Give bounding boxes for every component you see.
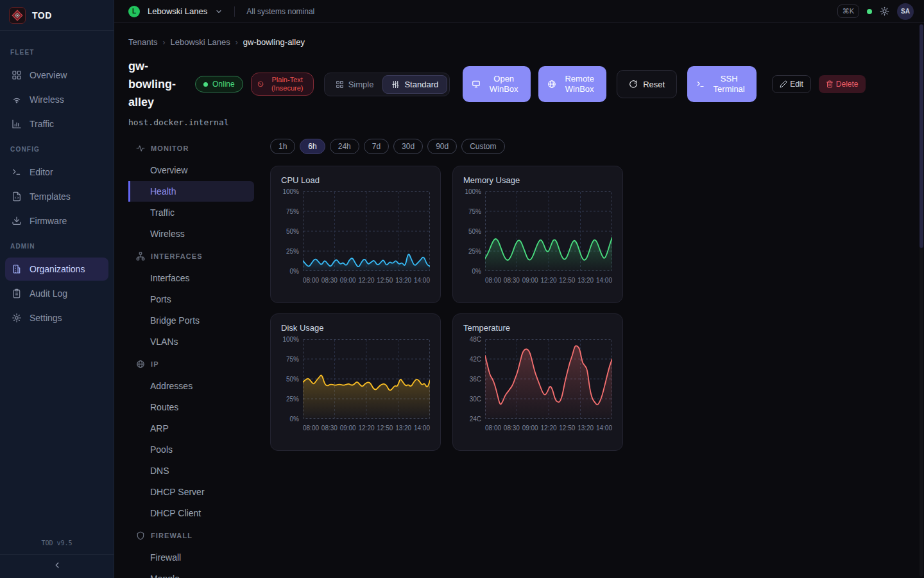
user-avatar[interactable]: SA (897, 3, 914, 20)
device-nav-item-firewall[interactable]: Firewall (128, 547, 254, 568)
command-palette-shortcut[interactable]: ⌘K (837, 4, 859, 18)
open-winbox-button[interactable]: Open WinBox (463, 66, 531, 102)
shield-off-icon (257, 81, 264, 87)
device-nav-item-addresses[interactable]: Addresses (128, 376, 254, 396)
device-nav-section-label: IP (151, 360, 159, 368)
sidebar-item-label: Wireless (30, 94, 64, 105)
delete-button[interactable]: Delete (819, 75, 866, 93)
chart-x-axis: 08:0008:3009:0012:2012:5013:2014:00 (303, 277, 430, 284)
reset-button[interactable]: Reset (617, 70, 677, 98)
app-logo-icon (9, 7, 26, 24)
device-nav-item-dhcp-client[interactable]: DHCP Client (128, 503, 254, 523)
wifi-icon (12, 94, 22, 105)
tenant-switcher[interactable]: Lebowski Lanes (148, 6, 207, 16)
view-mode-toggle: Simple Standard (324, 73, 450, 96)
device-nav-item-dhcp-server[interactable]: DHCP Server (128, 482, 254, 502)
standard-label: Standard (404, 80, 438, 89)
activity-icon (136, 144, 145, 153)
chart-x-axis: 08:0008:3009:0012:2012:5013:2014:00 (485, 277, 612, 284)
reset-label: Reset (643, 80, 665, 89)
remote-winbox-label: Remote WinBox (561, 74, 597, 94)
device-nav-item-dns[interactable]: DNS (128, 460, 254, 481)
device-nav-item-wireless[interactable]: Wireless (128, 223, 254, 244)
chart-plot (303, 191, 430, 271)
shield-icon (136, 531, 145, 540)
time-range-24h[interactable]: 24h (330, 139, 359, 154)
remote-winbox-button[interactable]: Remote WinBox (538, 66, 606, 102)
device-nav-item-ports[interactable]: Ports (128, 289, 254, 310)
sidebar-item-label: Settings (30, 313, 62, 323)
sidebar-item-firmware[interactable]: Firmware (5, 209, 108, 232)
device-nav-section-monitor: MONITOR (128, 137, 254, 159)
ssh-terminal-button[interactable]: SSH Terminal (687, 66, 757, 102)
sidebar-item-organizations[interactable]: Organizations (5, 258, 108, 281)
breadcrumb-separator-icon: › (235, 38, 238, 47)
app-root: TOD FLEETOverviewWirelessTrafficCONFIGEd… (0, 0, 924, 578)
sidebar-section-title: CONFIG (5, 137, 108, 159)
sidebar-item-overview[interactable]: Overview (5, 64, 108, 87)
scrollbar-thumb[interactable] (920, 24, 923, 248)
sidebar-item-label: Editor (30, 167, 53, 177)
device-nav-item-interfaces[interactable]: Interfaces (128, 268, 254, 288)
logo-row: TOD (0, 0, 114, 31)
chart-plot (485, 339, 612, 419)
charts-column: 1h6h24h7d30d90dCustom CPU Load100%75%50%… (270, 137, 623, 578)
tenant-avatar: L (128, 6, 140, 17)
connection-status-dot (867, 9, 872, 14)
view-mode-standard[interactable]: Standard (382, 75, 447, 94)
time-range-30d[interactable]: 30d (393, 139, 423, 154)
network-icon (136, 252, 145, 261)
device-nav-item-vlans[interactable]: VLANs (128, 331, 254, 352)
sidebar-item-traffic[interactable]: Traffic (5, 112, 108, 136)
chart-x-axis: 08:0008:3009:0012:2012:5013:2014:00 (485, 425, 612, 432)
download-icon (12, 216, 22, 226)
device-nav-item-pools[interactable]: Pools (128, 439, 254, 460)
chart-title: Disk Usage (281, 323, 430, 333)
globe-icon (136, 360, 145, 369)
sidebar: TOD FLEETOverviewWirelessTrafficCONFIGEd… (0, 0, 114, 578)
sidebar-item-label: Firmware (30, 216, 67, 226)
chart-title: Temperature (463, 323, 612, 333)
time-range-1h[interactable]: 1h (270, 139, 295, 154)
chart-card-disk-usage: Disk Usage100%75%50%25%0%08:0008:3009:00… (270, 313, 441, 451)
breadcrumb-tenants[interactable]: Tenants (128, 37, 158, 47)
sidebar-item-editor[interactable]: Editor (5, 161, 108, 184)
breadcrumb-tenant[interactable]: Lebowski Lanes (171, 37, 230, 47)
open-winbox-label: Open WinBox (486, 74, 522, 94)
device-nav-item-arp[interactable]: ARP (128, 418, 254, 439)
sidebar-section-title: ADMIN (5, 234, 108, 256)
edit-label: Edit (790, 80, 803, 89)
view-mode-simple[interactable]: Simple (327, 75, 383, 94)
insecure-label: Plain-Text (Insecure) (268, 76, 307, 92)
sidebar-item-wireless[interactable]: Wireless (5, 88, 108, 111)
device-nav-item-bridge-ports[interactable]: Bridge Ports (128, 310, 254, 331)
sun-icon[interactable] (880, 6, 889, 16)
device-nav-item-health[interactable]: Health (128, 181, 254, 202)
charts-grid: CPU Load100%75%50%25%0%08:0008:3009:0012… (270, 166, 623, 451)
time-range-90d[interactable]: 90d (427, 139, 457, 154)
device-nav: MONITOROverviewHealthTrafficWirelessINTE… (128, 137, 254, 578)
topbar-divider (234, 6, 235, 17)
breadcrumb-separator-icon: › (163, 38, 166, 47)
ssh-terminal-label: SSH Terminal (710, 74, 748, 94)
clipboard-icon (12, 288, 22, 299)
time-range-custom[interactable]: Custom (461, 139, 504, 154)
edit-button[interactable]: Edit (772, 75, 811, 93)
chart-card-memory-usage: Memory Usage100%75%50%25%0%08:0008:3009:… (452, 166, 623, 303)
chevron-down-icon[interactable] (215, 8, 223, 15)
time-range-7d[interactable]: 7d (364, 139, 389, 154)
sidebar-item-templates[interactable]: Templates (5, 185, 108, 208)
device-nav-item-routes[interactable]: Routes (128, 397, 254, 417)
sidebar-item-audit-log[interactable]: Audit Log (5, 282, 108, 305)
online-status-badge: Online (195, 76, 243, 92)
device-nav-item-overview[interactable]: Overview (128, 160, 254, 180)
terminal-icon (696, 80, 705, 89)
chart-card-temperature: Temperature48C42C36C30C24C08:0008:3009:0… (452, 313, 623, 451)
gear-icon (12, 313, 22, 323)
device-nav-item-traffic[interactable]: Traffic (128, 202, 254, 223)
sidebar-item-label: Traffic (30, 119, 54, 129)
device-nav-item-mangle[interactable]: Mangle (128, 568, 254, 578)
time-range-6h[interactable]: 6h (300, 139, 325, 154)
sidebar-item-settings[interactable]: Settings (5, 306, 108, 329)
sidebar-collapse-button[interactable] (0, 555, 114, 578)
